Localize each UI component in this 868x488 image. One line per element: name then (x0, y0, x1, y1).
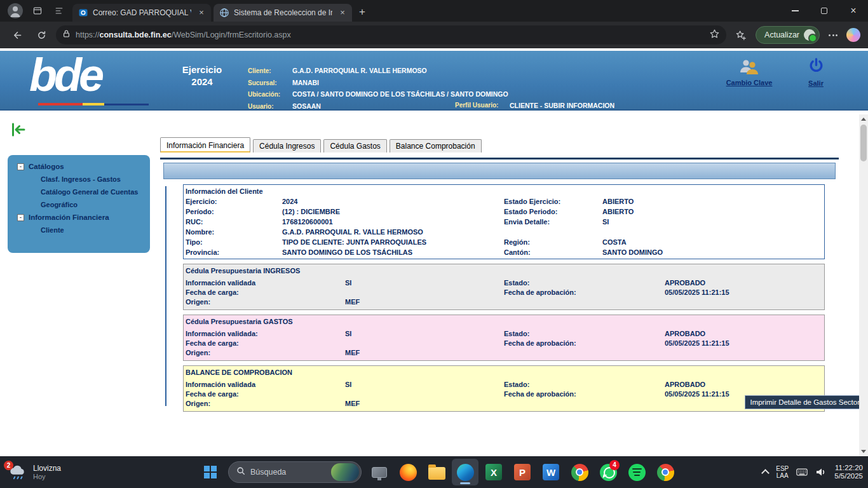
more-menu-icon[interactable] (825, 27, 841, 43)
edge-icon[interactable] (452, 459, 478, 485)
word-icon[interactable] (538, 459, 564, 485)
field-label: Información validada (186, 380, 345, 390)
maximize-button[interactable] (810, 0, 839, 22)
close-window-button[interactable] (839, 0, 868, 22)
new-tab-button[interactable] (353, 3, 371, 21)
field-value: MANABI (292, 79, 319, 86)
field-label: RUC: (186, 217, 282, 227)
exercise-word: Ejercicio (170, 64, 234, 76)
field-value: MEF (345, 297, 504, 307)
address-bar[interactable]: https://consulta.bde.fin.ec/WebSim/Login… (56, 25, 726, 44)
copilot-icon[interactable] (846, 28, 860, 42)
info-row: RUC:1768120600001 Envia Detalle:SI (184, 217, 824, 227)
taskbar-search[interactable]: Búsqueda (228, 461, 362, 483)
search-placeholder: Búsqueda (250, 468, 326, 477)
workspaces-icon[interactable] (28, 3, 47, 19)
touch-keyboard-icon[interactable] (796, 467, 808, 477)
content-tabs: Información Financiera Cédula Ingresos C… (160, 137, 482, 152)
info-row: Información validadaSI Estado:APROBADO (184, 278, 824, 288)
gastos-panel: Cédula Presupuestaria GASTOS Información… (183, 315, 825, 361)
field-label: Nombre: (186, 227, 282, 237)
weather-text: Llovizna Hoy (33, 464, 61, 480)
minimize-button[interactable] (780, 0, 810, 22)
actualizar-button[interactable]: Actualizar (756, 26, 820, 44)
tab-close-icon[interactable] (337, 7, 348, 18)
salir-link[interactable]: Salir (799, 57, 832, 87)
field-value: MEF (345, 348, 504, 358)
scroll-up-icon[interactable] (859, 114, 868, 124)
sidebar-item-catalogos[interactable]: Catálogos (29, 163, 64, 170)
collapse-node-icon[interactable] (17, 163, 24, 170)
tab-cedula-gastos[interactable]: Cédula Gastos (323, 139, 386, 152)
field-label: Información validada (186, 278, 345, 288)
tab-close-icon[interactable] (196, 7, 207, 18)
tab-title: Correo: GAD PARROQUIAL VALLE (93, 8, 191, 17)
start-button[interactable] (197, 459, 224, 485)
clock[interactable]: 11:22:20 5/5/2025 (834, 464, 863, 481)
logo-stripe (38, 103, 149, 105)
language-indicator[interactable]: ESP LAA (776, 465, 789, 480)
exercise-year: 2024 (170, 76, 234, 88)
system-tray: ESP LAA 11:22:20 5/5/2025 (763, 456, 863, 488)
info-row: Origen:MEF (184, 348, 824, 358)
scrollbar-thumb[interactable] (860, 125, 867, 161)
whatsapp-icon[interactable]: 4 (595, 459, 621, 485)
search-highlight-image[interactable] (331, 463, 359, 481)
info-row: Origen:MEF (184, 399, 824, 409)
field-value: MEF (345, 399, 504, 409)
favorites-icon[interactable] (731, 25, 750, 44)
field-label: Estado: (504, 380, 665, 390)
field-label: Fecha de aprobación: (504, 390, 665, 399)
powerpoint-icon[interactable] (509, 459, 536, 485)
client-summary: Cliente:G.A.D. PARROQUIAL R. VALLE HERMO… (248, 65, 654, 112)
bookmark-star-icon[interactable] (709, 29, 720, 42)
monitor-app-icon[interactable] (366, 459, 393, 485)
back-icon[interactable] (8, 25, 27, 44)
page-scrollbar[interactable] (859, 114, 868, 456)
info-row: Fecha de carga: Fecha de aprobación:05/0… (184, 339, 824, 348)
content-left-border (165, 186, 166, 406)
cambio-clave-link[interactable]: Cambio Clave (721, 58, 778, 86)
excel-icon[interactable] (480, 459, 507, 485)
chrome-icon[interactable] (566, 459, 593, 485)
sidebar-item-cliente[interactable]: Cliente (8, 224, 150, 236)
tab-actions-icon[interactable] (50, 3, 69, 19)
weather-widget[interactable]: 2 Llovizna Hoy (3, 459, 67, 485)
tab-balance-comprobacion[interactable]: Balance Comprobación (390, 139, 482, 152)
tab-informacion-financiera[interactable]: Información Financiera (160, 137, 250, 152)
browser-tab-strip: Correo: GAD PARROQUIAL VALLE Sistema de … (0, 0, 868, 22)
sidebar-item-informacion-financiera[interactable]: Información Financiera (29, 214, 109, 221)
file-explorer-icon[interactable] (423, 459, 450, 485)
field-label: Sucursal: (248, 78, 292, 89)
screen: Correo: GAD PARROQUIAL VALLE Sistema de … (0, 0, 868, 488)
bde-logo: bde (29, 46, 101, 104)
chrome-2-icon[interactable] (652, 459, 679, 485)
field-label: Origen: (186, 399, 345, 409)
field-value: SI (345, 329, 504, 339)
url-text: https://consulta.bde.fin.ec/WebSim/Login… (76, 30, 291, 39)
actualizar-label: Actualizar (764, 30, 799, 39)
tab-cedula-ingresos[interactable]: Cédula Ingresos (253, 139, 321, 152)
collapse-menu-icon[interactable] (10, 122, 27, 137)
refresh-icon[interactable] (32, 25, 51, 44)
volume-icon[interactable] (815, 467, 827, 477)
sidebar-item-clasf-ingresos-gastos[interactable]: Clasf. Ingresos - Gastos (8, 173, 150, 186)
browser-tab-correo[interactable]: Correo: GAD PARROQUIAL VALLE (72, 4, 211, 22)
firefox-icon[interactable] (395, 459, 421, 485)
scroll-down-icon[interactable] (859, 447, 868, 456)
field-label: Usuario: (248, 102, 292, 112)
sidebar-item-catalogo-general-cuentas[interactable]: Catálogo General de Cuentas (8, 186, 150, 198)
sidebar-item-geografico[interactable]: Geográfico (8, 198, 150, 211)
tray-overflow-icon[interactable] (761, 469, 770, 477)
content-box: Información del Cliente Ejercicio:2024 E… (160, 158, 839, 455)
whatsapp-badge: 4 (609, 460, 620, 470)
browser-profile-avatar[interactable] (8, 3, 23, 18)
browser-tab-sistema[interactable]: Sistema de Recoleccion de Inform (214, 4, 352, 22)
outlook-favicon (78, 8, 88, 18)
spotify-icon[interactable] (623, 459, 650, 485)
field-value: APROBADO (665, 380, 824, 390)
field-label: Información validada: (186, 329, 345, 339)
profile-value: CLIENTE - SUBIR INFORMACION (510, 100, 614, 111)
field-label: Fecha de aprobación: (504, 288, 665, 297)
collapse-node-icon[interactable] (17, 214, 24, 221)
